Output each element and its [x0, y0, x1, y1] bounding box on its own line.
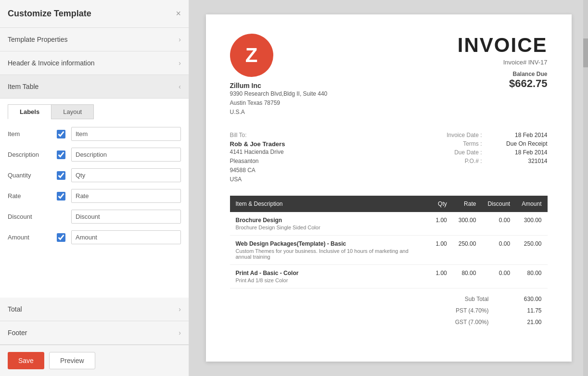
field-checkbox-description[interactable] [57, 150, 65, 159]
detail-value-1: Due On Receipt [490, 140, 548, 147]
chevron-right-icon-2: › [179, 59, 181, 67]
row0-amount: 300.00 [516, 212, 547, 236]
field-label-item: Item [8, 130, 51, 138]
tab-labels[interactable]: Labels [8, 104, 51, 119]
section-header-invoice[interactable]: Header & Invoice information › [0, 51, 189, 75]
table-body: Brochure Design Brochure Design Single S… [230, 212, 548, 288]
tab-layout[interactable]: Layout [51, 104, 94, 119]
field-checkbox-quantity[interactable] [57, 171, 65, 180]
close-button[interactable]: × [176, 9, 181, 19]
total-key-2: GST (7.00%) [390, 319, 489, 326]
field-row-amount: Amount [8, 230, 181, 244]
invoice-number-label: Invoice# [503, 59, 526, 66]
company-address-line2: Austin Texas 78759 [230, 99, 328, 108]
field-checkbox-rate[interactable] [57, 192, 65, 201]
row1-item-desc: Custom Themes for your business. Inclusi… [236, 248, 424, 260]
total-value-1: 11.75 [508, 307, 542, 314]
table-row: Web Design Packages(Template) - Basic Cu… [230, 236, 548, 265]
section-footer[interactable]: Footer › [0, 321, 189, 345]
bill-to-addr4: USA [230, 175, 447, 184]
bill-to-label: Bill To: [230, 132, 447, 138]
invoice-meta: Bill To: Rob & Joe Traders 4141 Hacienda… [230, 132, 548, 185]
row2-item: Print Ad - Basic - Color Print Ad 1/8 si… [230, 265, 430, 288]
row2-discount: 0.00 [482, 265, 516, 288]
section-total-label: Total [8, 305, 22, 313]
scroll-thumb[interactable] [583, 38, 588, 67]
field-input-item[interactable] [71, 127, 181, 141]
row2-item-desc: Print Ad 1/8 size Color [236, 277, 424, 283]
invoice-details-block: Invoice Date : 18 Feb 2014 Terms : Due O… [447, 132, 547, 185]
field-input-rate[interactable] [71, 189, 181, 203]
row1-amount: 250.00 [516, 236, 547, 265]
bill-to-name: Rob & Joe Traders [230, 140, 447, 148]
invoice-title: INVOICE [458, 34, 548, 57]
row0-discount: 0.00 [482, 212, 516, 236]
bottom-buttons: Save Preview [0, 345, 189, 376]
total-value-0: 630.00 [508, 296, 542, 302]
field-row-discount: Discount [8, 210, 181, 224]
chevron-right-icon-3: › [179, 305, 181, 313]
company-info: Zillum Inc 9390 Research Blvd,Bldg II, S… [230, 82, 328, 117]
field-input-discount[interactable] [71, 210, 181, 224]
total-row-1: PST (4.70%) 11.75 [384, 305, 548, 316]
balance-due-amount: $662.75 [458, 77, 548, 90]
right-panel: Z Zillum Inc 9390 Research Blvd,Bldg II,… [189, 0, 588, 376]
row2-qty: 1.00 [430, 265, 452, 288]
col-header-qty: Qty [430, 196, 452, 212]
balance-due-label: Balance Due [458, 71, 548, 77]
field-input-quantity[interactable] [71, 168, 181, 182]
field-input-amount[interactable] [71, 230, 181, 244]
col-header-discount: Discount [482, 196, 516, 212]
chevron-up-icon: ‹ [179, 83, 181, 90]
chevron-right-icon-4: › [179, 329, 181, 337]
total-row-2: GST (7.00%) 21.00 [384, 316, 548, 328]
invoice-title-block: INVOICE Invoice# INV-17 Balance Due $662… [458, 34, 548, 90]
bill-to-block: Bill To: Rob & Joe Traders 4141 Hacienda… [230, 132, 447, 185]
company-name: Zillum Inc [230, 82, 328, 89]
field-row-rate: Rate [8, 189, 181, 203]
invoice-number: Invoice# INV-17 [458, 59, 548, 66]
scrollbar[interactable] [583, 0, 588, 376]
detail-key-1: Terms : [463, 140, 482, 147]
total-key-1: PST (4.70%) [390, 307, 489, 314]
total-key-0: Sub Total [390, 296, 489, 302]
field-label-rate: Rate [8, 192, 51, 200]
field-label-amount: Amount [8, 234, 51, 241]
col-header-rate: Rate [453, 196, 482, 212]
section-footer-label: Footer [8, 329, 27, 337]
field-input-description[interactable] [71, 148, 181, 162]
row0-qty: 1.00 [430, 212, 452, 236]
field-checkbox-amount[interactable] [57, 233, 65, 242]
preview-button[interactable]: Preview [49, 352, 95, 369]
invoice-header: Z Zillum Inc 9390 Research Blvd,Bldg II,… [230, 34, 548, 117]
company-address-line3: U.S.A [230, 108, 328, 117]
panel-title: Customize Template [8, 9, 91, 19]
detail-row-0: Invoice Date : 18 Feb 2014 [447, 132, 547, 138]
invoice-number-value: INV-17 [528, 59, 548, 66]
tab-row: Labels Layout [8, 104, 181, 119]
row1-item-name: Web Design Packages(Template) - Basic [236, 240, 424, 247]
row0-rate: 300.00 [453, 212, 482, 236]
field-label-description: Description [8, 151, 51, 158]
field-label-discount: Discount [8, 213, 51, 220]
table-row: Brochure Design Brochure Design Single S… [230, 212, 548, 236]
row2-item-name: Print Ad - Basic - Color [236, 270, 424, 276]
section-template-properties[interactable]: Template Properties › [0, 28, 189, 51]
field-checkbox-item[interactable] [57, 130, 65, 138]
detail-value-0: 18 Feb 2014 [490, 132, 548, 138]
left-panel: Customize Template × Template Properties… [0, 0, 189, 376]
company-address-line1: 9390 Research Blvd,Bldg II, Suite 440 [230, 89, 328, 99]
panel-header: Customize Template × [0, 0, 189, 28]
save-button[interactable]: Save [8, 352, 44, 369]
detail-key-2: Due Date : [454, 149, 482, 156]
row1-item: Web Design Packages(Template) - Basic Cu… [230, 236, 430, 265]
total-value-2: 21.00 [508, 319, 542, 326]
table-header: Item & Description Qty Rate Discount Amo… [230, 196, 548, 212]
row2-amount: 80.00 [516, 265, 547, 288]
item-table-content: Labels Layout Item Description Quantity … [0, 99, 189, 298]
row1-qty: 1.00 [430, 236, 452, 265]
section-total[interactable]: Total › [0, 298, 189, 321]
table-row: Print Ad - Basic - Color Print Ad 1/8 si… [230, 265, 548, 288]
section-item-table[interactable]: Item Table ‹ [0, 75, 189, 99]
total-row-0: Sub Total 630.00 [384, 293, 548, 305]
